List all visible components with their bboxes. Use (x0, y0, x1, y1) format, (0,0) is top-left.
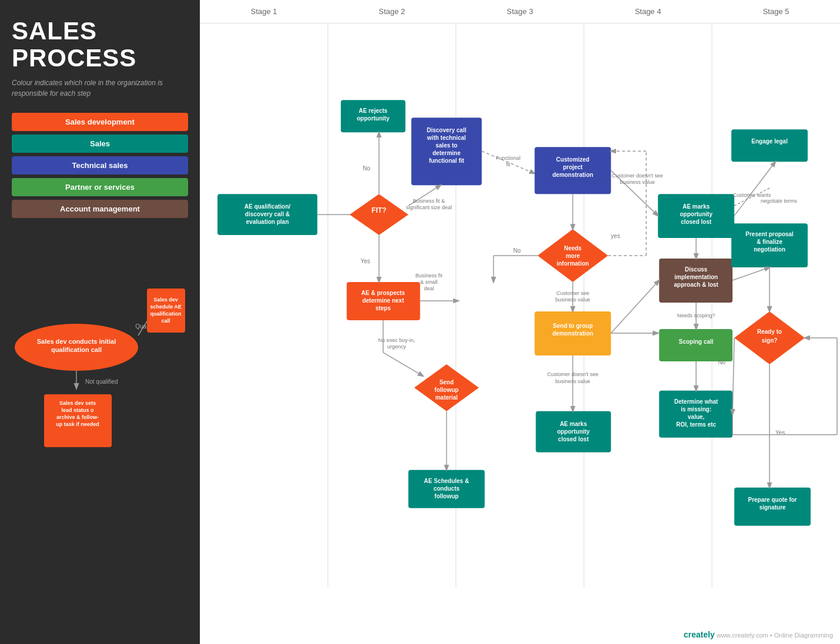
svg-text:Customer see: Customer see (556, 290, 589, 296)
svg-text:discovery call &: discovery call & (245, 211, 290, 217)
svg-rect-120 (731, 129, 808, 162)
svg-text:archive & follow-: archive & follow- (56, 414, 99, 420)
svg-text:Determine what: Determine what (674, 398, 718, 405)
svg-rect-110 (659, 329, 732, 361)
svg-text:determine next: determine next (362, 297, 404, 304)
svg-text:with technical: with technical (427, 135, 466, 141)
stage-5-header: Stage 5 (712, 7, 840, 16)
svg-text:information: information (557, 260, 589, 267)
svg-text:negotiation: negotiation (754, 246, 785, 253)
svg-text:Scoping call: Scoping call (679, 338, 714, 345)
svg-text:signature: signature (759, 504, 786, 511)
stage-1-header: Stage 1 (200, 7, 328, 16)
svg-text:AE marks: AE marks (560, 421, 587, 427)
svg-text:fit: fit (506, 162, 510, 167)
svg-text:opportunity: opportunity (557, 428, 590, 435)
svg-text:demonstration: demonstration (553, 172, 593, 178)
svg-text:Customer doesn't see: Customer doesn't see (547, 371, 598, 377)
svg-text:determine: determine (433, 150, 461, 156)
svg-text:Customer doesn't see: Customer doesn't see (612, 173, 663, 179)
svg-text:qualification: qualification (150, 311, 181, 317)
svg-text:ROI, terms etc: ROI, terms etc (676, 421, 716, 428)
svg-text:AE rejects: AE rejects (359, 108, 387, 114)
svg-text:Business fit: Business fit (416, 273, 443, 279)
svg-text:sales to: sales to (436, 142, 457, 149)
svg-text:opportunity: opportunity (680, 211, 712, 217)
svg-text:AE marks: AE marks (682, 203, 710, 210)
svg-text:Send to group: Send to group (553, 323, 593, 329)
svg-text:schedule AE: schedule AE (150, 304, 182, 310)
svg-text:Prepare quote for: Prepare quote for (748, 497, 797, 503)
svg-text:Discovery call: Discovery call (427, 127, 466, 133)
svg-text:significant size deal: significant size deal (406, 204, 452, 210)
svg-text:steps: steps (376, 305, 391, 311)
svg-text:business value: business value (555, 378, 590, 384)
legend-technical-sales: Technical sales (12, 156, 188, 175)
svg-rect-126 (731, 223, 808, 267)
svg-text:Ready to: Ready to (757, 328, 782, 335)
stages-header: Stage 1 Stage 2 Stage 3 Stage 4 Stage 5 (200, 0, 840, 24)
svg-text:& finalize: & finalize (757, 239, 782, 245)
creately-brand: creately (684, 630, 715, 639)
svg-text:value,: value, (688, 414, 705, 420)
svg-text:Needs: Needs (564, 245, 581, 251)
legend-sales: Sales (12, 135, 188, 153)
svg-text:Engage legal: Engage legal (751, 138, 788, 145)
svg-text:implementation: implementation (674, 274, 718, 280)
stage-3-header: Stage 3 (456, 7, 584, 16)
svg-text:evaluation plan: evaluation plan (246, 219, 289, 225)
svg-text:Not qualified: Not qualified (85, 378, 118, 385)
svg-text:business value: business value (555, 297, 590, 303)
svg-text:functional fit: functional fit (429, 157, 465, 164)
stage-2-header: Stage 2 (328, 7, 456, 16)
left-panel: SALES PROCESS Colour indicates which rol… (0, 0, 200, 644)
svg-text:Business fit &: Business fit & (413, 198, 444, 204)
svg-text:up task if needed: up task if needed (56, 421, 99, 427)
svg-text:Send: Send (439, 379, 453, 385)
svg-text:call: call (161, 318, 170, 324)
svg-text:AE qualification/: AE qualification/ (245, 203, 290, 210)
svg-text:Sales dev: Sales dev (153, 297, 178, 303)
svg-text:sign?: sign? (762, 337, 778, 344)
svg-text:No: No (513, 247, 521, 254)
svg-text:is missing:: is missing: (681, 406, 711, 412)
legend-partner: Partner or services (12, 178, 188, 196)
svg-text:yes: yes (611, 233, 620, 239)
svg-text:closed lost: closed lost (558, 436, 589, 442)
svg-text:Customer wants: Customer wants (733, 192, 771, 198)
svg-text:deal: deal (424, 286, 434, 291)
svg-text:Sales dev conducts initial: Sales dev conducts initial (37, 338, 116, 345)
main-flow-svg: AE qualification/ discovery call & evalu… (200, 24, 840, 588)
left-flow-svg: Sales dev conducts initial qualification… (12, 253, 188, 465)
svg-line-57 (383, 353, 423, 376)
svg-text:followup: followup (434, 493, 459, 499)
svg-text:Customized: Customized (556, 156, 590, 163)
svg-text:more: more (565, 253, 580, 259)
subtitle: Colour indicates which role in the organ… (12, 78, 188, 99)
svg-text:conducts: conducts (433, 485, 460, 492)
legend-sales-dev: Sales development (12, 113, 188, 131)
diagram-area: Stage 1 Stage 2 Stage 3 Stage 4 Stage 5 … (200, 0, 840, 644)
svg-text:FIT?: FIT? (372, 206, 386, 214)
svg-text:Yes: Yes (360, 258, 370, 264)
svg-text:approach & lost: approach & lost (674, 281, 718, 288)
svg-text:AE Schedules &: AE Schedules & (424, 478, 469, 484)
svg-line-135 (732, 338, 734, 414)
svg-text:No: No (363, 165, 370, 172)
svg-text:followup: followup (434, 387, 459, 393)
stage-4-header: Stage 4 (584, 7, 712, 16)
svg-text:project: project (563, 164, 583, 170)
svg-text:closed lost: closed lost (681, 219, 712, 225)
svg-text:Functional: Functional (496, 155, 520, 161)
svg-text:lead status o: lead status o (61, 407, 94, 413)
svg-line-146 (611, 280, 659, 333)
svg-text:business value: business value (620, 179, 655, 185)
page-title: SALES PROCESS (12, 18, 188, 72)
svg-text:qualification call: qualification call (51, 346, 102, 353)
svg-text:demonstration: demonstration (553, 330, 593, 337)
creately-tagline: www.creately.com • Online Diagramming (717, 632, 833, 639)
svg-text:Present proposal: Present proposal (745, 231, 794, 237)
svg-text:urgency: urgency (387, 344, 406, 350)
legend-account-mgmt: Account management (12, 200, 188, 218)
svg-text:negotiate terms: negotiate terms (761, 198, 797, 204)
